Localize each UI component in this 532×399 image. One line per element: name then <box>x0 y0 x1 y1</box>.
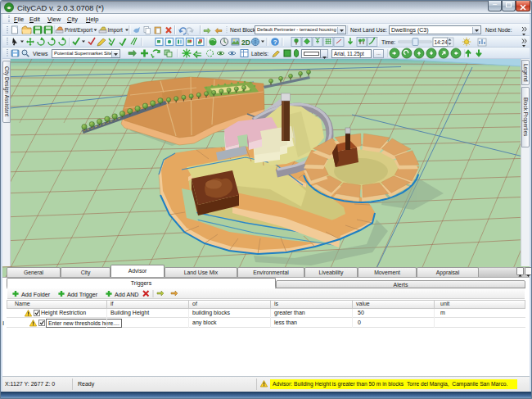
svg-text:Print/Export: Print/Export <box>65 27 92 34</box>
svg-text:Labels:: Labels: <box>251 51 268 57</box>
svg-text:Views: Views <box>33 51 48 57</box>
svg-text:Import: Import <box>108 27 124 34</box>
svg-text:Next Block:: Next Block: <box>230 27 257 33</box>
svg-text:Add AND: Add AND <box>115 291 139 298</box>
svg-text:2D: 2D <box>241 39 250 47</box>
svg-text:Add Folder: Add Folder <box>21 291 51 298</box>
svg-text:14:24: 14:24 <box>435 39 449 45</box>
svg-text:?: ? <box>273 39 277 46</box>
svg-text:Time:: Time: <box>381 39 395 45</box>
svg-text:Next Land Use:: Next Land Use: <box>350 27 387 33</box>
svg-text:Next Node:: Next Node: <box>485 27 512 33</box>
svg-text:Add Trigger: Add Trigger <box>67 291 98 298</box>
